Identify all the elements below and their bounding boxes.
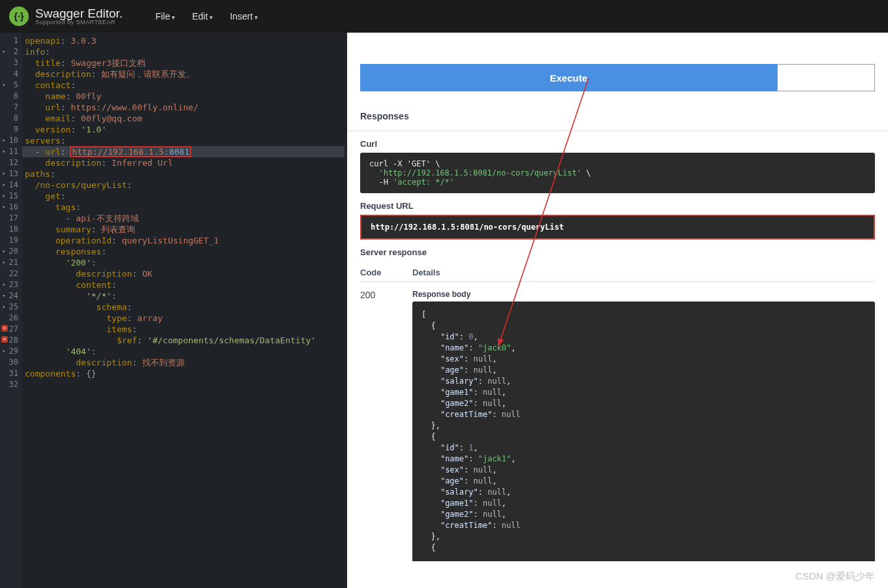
th-details: Details: [412, 268, 440, 277]
menu-insert[interactable]: Insert: [230, 11, 258, 22]
response-body-block: [ { "id": 0, "name": "jack0", "sex": nul…: [412, 302, 875, 561]
editor-pane[interactable]: 1234567891011121314151617181920212223242…: [0, 33, 347, 588]
top-menu: File Edit Insert: [155, 11, 258, 22]
curl-block: curl -X 'GET' \ 'http://192.168.1.5:8081…: [360, 153, 875, 193]
request-url-heading: Request URL: [360, 201, 875, 211]
code-area[interactable]: openapi: 3.0.3info: title: Swagger3接口文档 …: [25, 33, 347, 588]
th-code: Code: [360, 268, 412, 277]
server-response-heading: Server response: [360, 247, 875, 257]
response-table-head: Code Details: [360, 268, 875, 277]
menu-file[interactable]: File: [155, 11, 175, 22]
swagger-logo-icon: {·}: [9, 7, 29, 26]
status-code-200: 200: [360, 290, 412, 300]
topbar: {·} Swagger Editor. Supported by SMARTBE…: [0, 0, 888, 33]
line-gutter: 1234567891011121314151617181920212223242…: [0, 33, 22, 588]
menu-edit[interactable]: Edit: [192, 11, 213, 22]
preview-pane: Execute Responses Curl curl -X 'GET' \ '…: [347, 33, 888, 588]
brand-subtitle: Supported by SMARTBEAR: [35, 20, 123, 25]
brand: Swagger Editor. Supported by SMARTBEAR: [35, 7, 123, 25]
execute-button[interactable]: Execute: [360, 64, 777, 91]
response-body-heading: Response body: [412, 290, 875, 299]
clear-button[interactable]: [777, 64, 875, 91]
watermark: CSDN @爱码少年: [795, 570, 875, 583]
brand-title: Swagger Editor.: [35, 7, 123, 20]
request-url-box: http://192.168.1.5:8081/no-cors/queryLis…: [360, 215, 875, 240]
curl-heading: Curl: [360, 139, 875, 149]
responses-heading: Responses: [360, 111, 875, 121]
